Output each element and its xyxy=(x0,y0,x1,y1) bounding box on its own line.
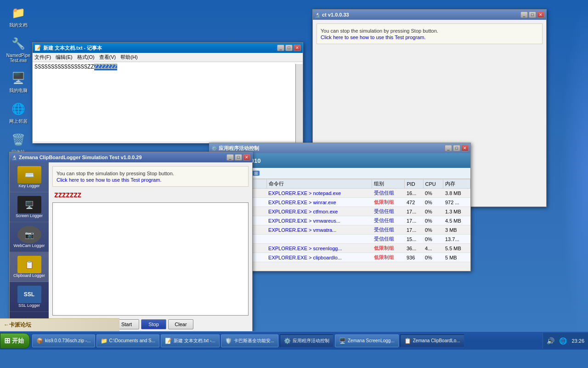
t6-label: Zemana ScreenLogg... xyxy=(348,338,395,343)
cell-pid: 17... xyxy=(405,207,423,216)
taskbar-item-t2[interactable]: 📁 C:\Documents and S... xyxy=(96,334,160,347)
zemana-large-titlebar[interactable]: 🔬 ct v1.0.0.33 _ □ ✕ xyxy=(313,10,546,20)
start-icon: ⊞ xyxy=(4,336,10,345)
cell-cmd: EXPLORER.EXE > notepad.exe xyxy=(266,189,372,198)
small-clipboard-logger[interactable]: 📋 Clipboard Logger xyxy=(10,252,49,282)
my-computer-icon: 🖥️ xyxy=(10,70,27,86)
taskbar-item-t1[interactable]: 📦 kis9.0.0.736sch.zip -... xyxy=(32,334,95,347)
zemana-small-zzzz: ZZZZZZZ xyxy=(52,190,249,201)
small-ssl-logger[interactable]: SSL SSL Logger xyxy=(10,282,49,312)
taskbar-item-t6[interactable]: 🖥️ Zemana ScreenLogg... xyxy=(335,334,399,347)
desktop-icon-named-pipe[interactable]: 🔧 NamedPipeTest.exe xyxy=(5,35,32,63)
notepad-menubar: 文件(F) 编辑(E) 格式(O) 查看(V) 帮助(H) xyxy=(33,53,303,62)
menu-view[interactable]: 查看(V) xyxy=(99,54,116,61)
taskbar-item-t3[interactable]: 📝 新建 文本文档.txt -... xyxy=(161,334,220,347)
cell-cmd: EXPLORER.EXE > clipboardlo... xyxy=(266,253,372,262)
notepad-titlebar[interactable]: 📝 新建 文本文档.txt - 记事本 _ □ ✕ xyxy=(33,43,303,53)
cmd-link[interactable]: EXPLORER.EXE > ctfmon.exe xyxy=(268,209,338,214)
zemana-large-minimize-btn[interactable]: _ xyxy=(520,12,528,18)
menu-file[interactable]: 文件(F) xyxy=(34,54,51,61)
zemana-large-close-btn[interactable]: ✕ xyxy=(537,12,544,18)
zemana-large-link[interactable]: Click here to see how to use this Test p… xyxy=(321,34,425,40)
cell-group: 受信任组 xyxy=(372,235,405,244)
cmd-link[interactable]: EXPLORER.EXE > vmwatra... xyxy=(268,227,336,233)
cmd-link[interactable]: EXPLORER.EXE > notepad.exe xyxy=(268,190,341,196)
notepad-maximize-btn[interactable]: □ xyxy=(285,45,293,51)
notepad-close-btn[interactable]: ✕ xyxy=(294,45,301,51)
my-docs-icon: 📁 xyxy=(10,5,27,21)
cmd-link[interactable]: EXPLORER.EXE > vmwareus... xyxy=(268,218,340,224)
t2-icon: 📁 xyxy=(101,338,107,344)
cell-cmd: EXPLORER.EXE > ctfmon.exe xyxy=(266,207,372,216)
zemana-small-clear-btn[interactable]: Clear xyxy=(168,319,193,329)
cell-group: 受信任组 xyxy=(372,216,405,225)
cell-group: 低限制组 xyxy=(372,198,405,207)
cmd-link[interactable]: EXPLORER.EXE > winrar.exe xyxy=(268,200,336,205)
cell-mem: 5.5 MB xyxy=(443,244,470,253)
zemana-large-controls: _ □ ✕ xyxy=(520,12,544,18)
zemana-small-close-btn[interactable]: ✕ xyxy=(243,154,250,161)
notepad-window: 📝 新建 文本文档.txt - 记事本 _ □ ✕ 文件(F) 编辑(E) 格式… xyxy=(32,42,303,144)
t7-label: Zemana ClipBoardLo... xyxy=(413,338,460,343)
desktop: 📁 我的文档 🔧 NamedPipeTest.exe 🖥️ 我的电脑 🌐 网上邻… xyxy=(0,0,588,350)
zemana-small-log-area[interactable] xyxy=(52,202,249,316)
zemana-small-titlebar[interactable]: 🔬 Zemana ClipBoardLogger Simulation Test… xyxy=(10,152,252,162)
app-activity-close-btn[interactable]: ✕ xyxy=(461,145,469,151)
cell-pid: 36... xyxy=(405,244,423,253)
named-pipe-icon: 🔧 xyxy=(10,35,27,52)
taskbar-right: 🔊 🌐 23:26 xyxy=(543,333,588,349)
my-docs-label: 我的文档 xyxy=(9,22,28,29)
zemana-small-stop-btn[interactable]: Stop xyxy=(141,319,166,329)
menu-help[interactable]: 帮助(H) xyxy=(120,54,137,61)
start-button[interactable]: ⊞ 开始 xyxy=(0,333,30,349)
col-pid: PID xyxy=(405,179,423,189)
zemana-small-body: ⌨️ Key Logger 🖥️ Screen Logger 📷 WebCam … xyxy=(10,162,252,333)
network-icon: 🌐 xyxy=(10,101,27,117)
notepad-text-normal: SSSSSSSSSSSSSSSSZZ xyxy=(34,64,94,70)
t3-label: 新建 文本文档.txt -... xyxy=(174,338,215,344)
cell-cmd xyxy=(266,235,372,244)
small-webcam-logger[interactable]: 📷 WebCam Logger xyxy=(10,222,49,252)
zemana-small-sidebar: ⌨️ Key Logger 🖥️ Screen Logger 📷 WebCam … xyxy=(10,162,49,333)
cell-pid: 17... xyxy=(405,216,423,225)
cmd-link[interactable]: EXPLORER.EXE > screenlogg... xyxy=(268,246,342,251)
small-ssl-icon: SSL xyxy=(17,286,41,303)
app-activity-minimize-btn[interactable]: _ xyxy=(445,145,452,151)
zemana-large-info-box: You can stop the simulation by pressing … xyxy=(317,23,543,44)
cell-cpu: 0% xyxy=(423,225,443,235)
t2-label: C:\Documents and S... xyxy=(109,338,156,343)
taskbar-item-t5[interactable]: ⚙️ 应用程序活动控制 xyxy=(280,334,334,347)
desktop-icon-my-docs[interactable]: 📁 我的文档 xyxy=(5,5,32,29)
zemana-small-maximize-btn[interactable]: □ xyxy=(235,154,242,161)
small-key-logger[interactable]: ⌨️ Key Logger xyxy=(10,162,49,192)
menu-format[interactable]: 格式(O) xyxy=(77,54,95,61)
t5-icon: ⚙️ xyxy=(284,338,291,344)
cell-cmd: EXPLORER.EXE > winrar.exe xyxy=(266,198,372,207)
menu-edit[interactable]: 编辑(E) xyxy=(56,54,73,61)
zemana-small-link[interactable]: Click here to see how to use this Test p… xyxy=(57,177,161,183)
t4-icon: 🛡️ xyxy=(225,338,232,344)
taskbar-item-t7[interactable]: 📋 Zemana ClipBoardLo... xyxy=(400,334,464,347)
notepad-minimize-btn[interactable]: _ xyxy=(277,45,284,51)
app-activity-maximize-btn[interactable]: □ xyxy=(453,145,460,151)
zemana-test-small: 🔬 Zemana ClipBoardLogger Simulation Test… xyxy=(9,152,253,334)
cell-pid: 15... xyxy=(405,235,423,244)
start-label: 开始 xyxy=(12,337,24,345)
desktop-icon-my-computer[interactable]: 🖥️ 我的电脑 xyxy=(5,70,32,94)
notepad-scrollbar[interactable] xyxy=(295,64,303,143)
cmd-link[interactable]: EXPLORER.EXE > clipboardlo... xyxy=(268,255,342,260)
small-key-icon: ⌨️ xyxy=(17,166,41,184)
t1-label: kis9.0.0.736sch.zip -... xyxy=(45,338,91,343)
desktop-glow xyxy=(560,0,588,350)
taskbar-item-t4[interactable]: 🛡️ 卡巴斯基全功能安... xyxy=(221,334,278,347)
cell-mem: 13.7... xyxy=(443,235,470,244)
zemana-small-controls: _ □ ✕ xyxy=(226,154,250,161)
small-screen-logger[interactable]: 🖥️ Screen Logger xyxy=(10,192,49,222)
t5-label: 应用程序活动控制 xyxy=(293,338,329,344)
notepad-content[interactable]: SSSSSSSSSSSSSSSSZZZZZZZZZ xyxy=(33,62,303,141)
zemana-small-info-box: You can stop the simulation by pressing … xyxy=(52,166,249,187)
desktop-icon-network[interactable]: 🌐 网上邻居 xyxy=(5,101,32,125)
zemana-small-minimize-btn[interactable]: _ xyxy=(226,154,234,161)
zemana-large-maximize-btn[interactable]: □ xyxy=(529,12,536,18)
notepad-text-selected: ZZZZZZZ xyxy=(94,64,117,70)
